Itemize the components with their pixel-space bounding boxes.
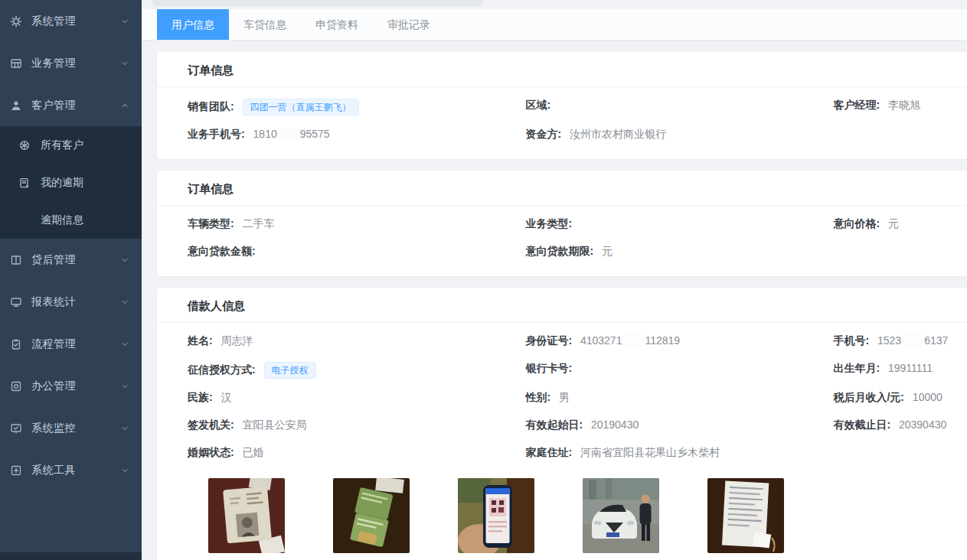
- field-intent-price: 意向价格: 元: [833, 211, 967, 239]
- sidebar-item-label: 流程管理: [31, 337, 111, 351]
- field-marital-status: 婚姻状态: 已婚: [157, 440, 525, 467]
- credit-auth-tag: 电子授权: [264, 362, 316, 379]
- spacer-icon: [18, 214, 31, 226]
- chevron-down-icon: [120, 59, 129, 68]
- sales-team-tag[interactable]: 四团一营（直属王鹏飞）: [243, 99, 359, 116]
- order-info-card: 订单信息 销售团队: 四团一营（直属王鹏飞） 区域: 客户经理: 李晓旭 业务手: [157, 52, 967, 159]
- sidebar-item-system-mgmt[interactable]: 系统管理: [0, 0, 142, 42]
- car-person-thumbnail: [583, 478, 659, 553]
- field-monthly-income: 税后月收入/元: 10000: [833, 385, 967, 412]
- sidebar-item-overdue-info[interactable]: 逾期信息: [0, 201, 142, 239]
- card-title: 订单信息: [157, 171, 967, 206]
- field-region: 区域:: [525, 93, 833, 122]
- sidebar-item-system-monitor[interactable]: 系统监控: [0, 407, 142, 449]
- tab-approval-records[interactable]: 审批记录: [373, 9, 445, 40]
- sidebar-item-business-mgmt[interactable]: 业务管理: [0, 42, 142, 84]
- field-intent-loan-term: 意向贷款期限: 元: [525, 239, 833, 266]
- field-empty: [833, 239, 967, 266]
- id-card-photo[interactable]: 本人照: [208, 478, 285, 560]
- field-birth-date: 出生年月: 19911111: [833, 356, 967, 385]
- top-strip: [142, 0, 967, 9]
- sidebar-item-label: 报表统计: [31, 295, 111, 309]
- sidebar-item-label: 所有客户: [41, 138, 83, 152]
- field-mobile-phone: 手机号: 15236137: [833, 328, 967, 356]
- tab-user-info[interactable]: 用户信息: [157, 9, 229, 40]
- grid-icon: [10, 57, 22, 70]
- sidebar-item-report-stats[interactable]: 报表统计: [0, 281, 142, 323]
- chevron-up-icon: [120, 101, 129, 110]
- customer-mgmt-submenu: 所有客户 我的逾期 逾期信息: [0, 126, 142, 239]
- sidebar-item-all-customers[interactable]: 所有客户: [0, 126, 142, 164]
- sidebar-item-my-overdue[interactable]: 我的逾期: [0, 164, 142, 201]
- field-funder: 资金方: 汝州市农村商业银行: [525, 122, 833, 149]
- field-business-type: 业务类型:: [525, 211, 833, 239]
- borrower-info-card: 借款人信息 姓名: 周志洋 身份证号: 4103271112819 手机号: 1…: [157, 288, 967, 560]
- detail-tabbar: 用户信息 车贷信息 申贷资料 审批记录: [142, 9, 967, 41]
- book-icon: [10, 254, 22, 266]
- sidebar-item-label: 系统管理: [31, 15, 111, 28]
- document-photos-row: 本人照: [157, 467, 967, 560]
- sidebar-item-label: 系统工具: [31, 464, 111, 477]
- handwritten-doc-thumbnail: [707, 478, 784, 553]
- sidebar: 系统管理 业务管理 客户管理 所有客户: [0, 0, 142, 560]
- monitor-check-icon: [10, 422, 22, 435]
- field-home-address: 家庭住址: 河南省宜阳县花果山乡木柴村: [525, 440, 833, 467]
- sidebar-item-label: 办公管理: [31, 379, 111, 393]
- redaction-mask: [902, 336, 923, 345]
- box-circle-icon: [10, 380, 22, 392]
- field-name: 姓名: 周志洋: [157, 328, 525, 356]
- field-issuing-authority: 签发机关: 宜阳县公安局: [157, 412, 525, 440]
- card-title: 订单信息: [157, 52, 967, 87]
- field-valid-from: 有效起始日: 20190430: [525, 412, 833, 440]
- sidebar-item-system-tools[interactable]: 系统工具: [0, 449, 142, 491]
- field-valid-to: 有效截止日: 20390430: [833, 412, 967, 440]
- sidebar-item-label: 客户管理: [31, 99, 111, 112]
- top-remnant-bar: [152, 0, 483, 6]
- sidebar-item-postloan-mgmt[interactable]: 贷后管理: [0, 239, 142, 281]
- chevron-down-icon: [120, 424, 129, 433]
- sidebar-item-label: 系统监控: [31, 422, 111, 435]
- chevron-down-icon: [120, 298, 129, 307]
- field-intent-loan-amount: 意向贷款金额:: [157, 239, 525, 266]
- redaction-mask: [622, 336, 644, 345]
- field-sales-team: 销售团队: 四团一营（直属王鹏飞）: [157, 93, 525, 122]
- notebook-icon: [18, 177, 31, 189]
- field-id-number: 身份证号: 4103271112819: [525, 328, 833, 356]
- field-business-phone: 业务手机号: 181095575: [157, 122, 525, 149]
- field-vehicle-type: 车辆类型: 二手车: [157, 211, 525, 239]
- chevron-down-icon: [120, 256, 129, 265]
- chevron-down-icon: [120, 466, 129, 475]
- tab-loan-application-docs[interactable]: 申贷资料: [301, 9, 373, 40]
- car-person-photo[interactable]: 本人照: [583, 478, 659, 560]
- sidebar-footer-bar: [0, 552, 142, 560]
- field-empty: [833, 440, 967, 467]
- field-credit-auth-method: 征信授权方式: 电子授权: [157, 356, 525, 385]
- tab-car-loan-info[interactable]: 车贷信息: [229, 9, 301, 40]
- card-title: 借款人信息: [157, 288, 967, 323]
- field-ethnicity: 民族: 汉: [157, 385, 525, 412]
- gear-icon: [10, 15, 22, 28]
- field-account-manager: 客户经理: 李晓旭: [833, 93, 967, 122]
- redaction-mask: [278, 129, 299, 138]
- clipboard-icon: [10, 338, 22, 350]
- handwritten-doc-photo[interactable]: 其他材料: [707, 478, 784, 560]
- phone-auth-photo[interactable]: 授权截图: [458, 478, 534, 560]
- green-license-photo[interactable]: 驾驶证副页: [333, 478, 410, 560]
- sidebar-item-label: 业务管理: [31, 57, 111, 70]
- main-content: 用户信息 车贷信息 申贷资料 审批记录 订单信息 销售团队: 四团一营（直属王鹏…: [142, 0, 967, 560]
- chevron-down-icon: [120, 340, 129, 349]
- sidebar-item-office-mgmt[interactable]: 办公管理: [0, 365, 142, 407]
- field-empty: [833, 122, 967, 149]
- sidebar-item-label: 贷后管理: [31, 253, 111, 267]
- id-card-thumbnail: [208, 478, 285, 553]
- wheel-icon: [18, 139, 31, 151]
- monitor-icon: [10, 296, 22, 308]
- sidebar-item-label: 我的逾期: [41, 176, 83, 190]
- sidebar-item-customer-mgmt[interactable]: 客户管理: [0, 84, 142, 126]
- phone-auth-thumbnail: [458, 478, 534, 553]
- loan-intent-card: 订单信息 车辆类型: 二手车 业务类型: 意向价格: 元 意向贷款金额:: [157, 171, 967, 276]
- field-gender: 性别: 男: [525, 385, 833, 412]
- sidebar-item-process-mgmt[interactable]: 流程管理: [0, 323, 142, 365]
- sidebar-item-label: 逾期信息: [41, 213, 83, 227]
- box-plus-icon: [10, 464, 22, 477]
